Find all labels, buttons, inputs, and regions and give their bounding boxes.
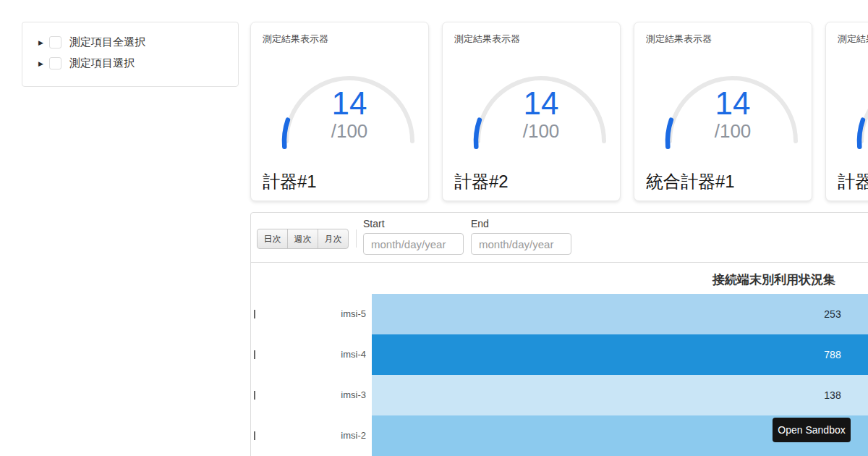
chart-toolbar: 日次 週次 月次 Start End [251, 213, 868, 263]
card-header: 測定結果表示器 [646, 33, 712, 46]
end-date-label: End [471, 218, 571, 229]
gauge-readout: 14 /100 [715, 88, 752, 143]
gauge-card-1: 測定結果表示器 14 /100 計器#1 [250, 22, 429, 201]
card-label: 計器#2 [454, 170, 509, 193]
tree-item-label: 測定項目全選択 [69, 35, 145, 49]
gauge-card-4: 測定結果表示器 14 /100 計器#3 [825, 22, 868, 201]
bar-row-imsi-5: imsi-5 253 [251, 294, 868, 334]
gauge-card-2: 測定結果表示器 14 /100 計器#2 [442, 22, 621, 201]
start-date-input[interactable] [363, 233, 464, 255]
bar-value-label: 788 [824, 334, 841, 375]
bar-value-label: 138 [824, 375, 841, 415]
gauge-max: /100 [523, 119, 560, 143]
range-button-1[interactable]: 日次 [257, 229, 288, 249]
gauge-card-3: 測定結果表示器 14 /100 統合計器#1 [634, 22, 812, 201]
gauge-max: /100 [715, 119, 752, 143]
bar-imsi-3[interactable] [372, 375, 868, 415]
category-label: imsi-5 [251, 294, 366, 334]
range-button-3[interactable]: 月次 [318, 229, 349, 249]
card-label: 計器#3 [838, 170, 868, 193]
chart-title: 接続端末別利用状況集 [712, 271, 835, 288]
toolbar-divider [356, 229, 357, 248]
gauge-value: 14 [715, 88, 752, 119]
card-label: 計器#1 [263, 170, 317, 193]
sidebar-panel: ▶ 測定項目全選択 ▶ 測定項目選択 [22, 22, 239, 87]
sidebar-item[interactable]: ▶ 測定項目選択 [22, 53, 238, 74]
caret-right-icon[interactable]: ▶ [38, 60, 49, 67]
start-date-label: Start [363, 218, 464, 229]
gauge-arc [852, 64, 868, 151]
end-date-input[interactable] [471, 233, 571, 255]
bar-imsi-5[interactable] [372, 294, 868, 334]
gauge-readout: 14 /100 [331, 88, 368, 143]
checkbox[interactable] [49, 57, 61, 69]
card-label: 統合計器#1 [646, 170, 735, 193]
category-label: imsi-4 [251, 334, 366, 375]
start-date-field: Start [363, 218, 464, 255]
category-label: imsi-3 [251, 375, 366, 415]
card-header: 測定結果表示器 [263, 33, 328, 46]
open-sandbox-button[interactable]: Open Sandbox [773, 418, 851, 442]
gauge-max: /100 [331, 119, 368, 143]
end-date-field: End [471, 218, 571, 255]
gauge-value: 14 [331, 88, 368, 119]
gauge-value: 14 [523, 88, 560, 119]
caret-right-icon[interactable]: ▶ [38, 39, 49, 46]
bar-row-imsi-3: imsi-3 138 [251, 375, 868, 415]
bar-imsi-4[interactable] [372, 334, 868, 375]
range-button-group: 日次 週次 月次 [257, 229, 349, 249]
bar-value-label: 253 [824, 294, 841, 334]
bar-row-imsi-4: imsi-4 788 [251, 334, 868, 375]
gauge-readout: 14 /100 [523, 88, 560, 143]
card-header: 測定結果表示器 [454, 33, 520, 46]
sidebar-item[interactable]: ▶ 測定項目全選択 [22, 32, 238, 53]
range-button-2[interactable]: 週次 [287, 229, 318, 249]
checkbox[interactable] [49, 36, 61, 48]
tree-item-label: 測定項目選択 [69, 56, 135, 70]
category-label: imsi-2 [251, 415, 366, 456]
card-header: 測定結果表示器 [838, 33, 868, 46]
